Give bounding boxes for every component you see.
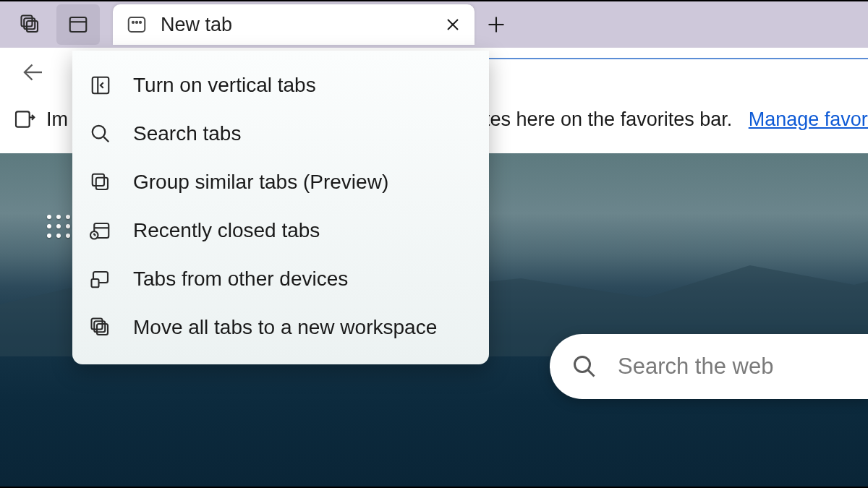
- svg-line-16: [588, 370, 595, 377]
- menu-vertical-tabs[interactable]: Turn on vertical tabs: [72, 61, 489, 109]
- favorites-bar-hint-tail: tes here on the favorites bar.: [485, 108, 732, 130]
- group-tabs-icon: [90, 171, 111, 193]
- svg-point-6: [132, 22, 134, 23]
- search-icon: [571, 354, 597, 380]
- history-icon: [90, 220, 111, 241]
- tab-strip: New tab: [0, 1, 868, 48]
- manage-favorites-link[interactable]: Manage favorite: [749, 108, 868, 130]
- svg-rect-21: [96, 177, 108, 189]
- svg-rect-22: [93, 174, 104, 185]
- menu-item-label: Search tabs: [133, 122, 241, 145]
- workspaces-icon: [20, 14, 41, 35]
- menu-item-label: Group similar tabs (Preview): [133, 171, 388, 194]
- menu-move-to-workspace[interactable]: Move all tabs to a new workspace: [72, 303, 489, 351]
- svg-line-20: [103, 137, 109, 142]
- import-favorites-icon[interactable]: [13, 108, 36, 131]
- web-search-box[interactable]: Search the web: [550, 334, 868, 399]
- menu-item-label: Tabs from other devices: [133, 267, 348, 291]
- favorites-bar-import-text: Im: [46, 108, 68, 131]
- tab-actions-button[interactable]: [56, 4, 100, 45]
- menu-item-label: Turn on vertical tabs: [133, 74, 316, 97]
- tab-actions-icon: [67, 14, 89, 35]
- svg-point-8: [140, 22, 141, 23]
- new-tab-button[interactable]: [475, 4, 518, 45]
- svg-point-19: [93, 125, 106, 138]
- browser-tab[interactable]: New tab: [113, 4, 475, 45]
- menu-recently-closed[interactable]: Recently closed tabs: [72, 206, 489, 254]
- plus-icon: [486, 14, 506, 35]
- svg-rect-3: [70, 17, 87, 32]
- vertical-tabs-icon: [90, 74, 111, 96]
- close-tab-icon[interactable]: [444, 16, 461, 33]
- menu-item-label: Move all tabs to a new workspace: [133, 316, 437, 339]
- tab-title: New tab: [161, 14, 232, 36]
- svg-point-15: [575, 357, 590, 372]
- svg-rect-5: [129, 17, 145, 32]
- menu-group-tabs[interactable]: Group similar tabs (Preview): [72, 158, 489, 206]
- menu-search-tabs[interactable]: Search tabs: [72, 109, 489, 158]
- tab-actions-menu: Turn on vertical tabs Search tabs Group …: [72, 51, 489, 364]
- svg-rect-31: [94, 321, 105, 332]
- svg-rect-29: [92, 279, 99, 287]
- menu-other-devices[interactable]: Tabs from other devices: [72, 254, 489, 303]
- workspaces-button[interactable]: [9, 4, 52, 45]
- back-button[interactable]: [16, 55, 51, 90]
- svg-point-7: [136, 22, 137, 23]
- svg-rect-1: [24, 18, 35, 29]
- search-icon: [90, 123, 111, 145]
- drag-handle[interactable]: [47, 215, 70, 238]
- svg-rect-14: [16, 111, 30, 127]
- page-icon: [126, 14, 148, 35]
- back-arrow-icon: [20, 59, 46, 85]
- devices-icon: [90, 268, 111, 290]
- menu-item-label: Recently closed tabs: [133, 219, 320, 242]
- search-placeholder: Search the web: [618, 354, 773, 380]
- workspace-icon: [90, 317, 111, 338]
